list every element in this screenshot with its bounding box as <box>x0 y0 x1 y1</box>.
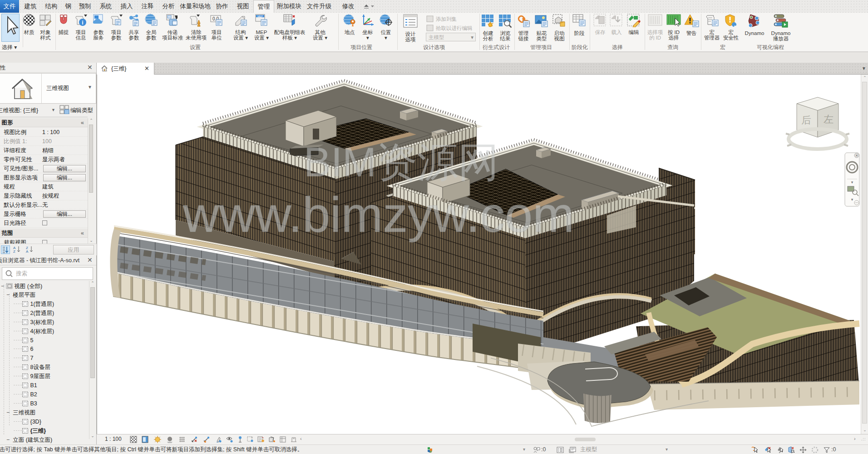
svg-text:左: 左 <box>824 114 833 125</box>
svg-text:▾: ▾ <box>851 197 853 202</box>
svg-text:A: A <box>26 249 29 253</box>
svg-text:✕: ✕ <box>855 154 858 158</box>
svg-text:BIM资源网: BIM资源网 <box>304 140 499 185</box>
svg-text:www.bimzyw.com: www.bimzyw.com <box>182 186 574 242</box>
svg-text:添加到集: 添加到集 <box>436 16 457 22</box>
svg-text:i: i <box>82 20 83 26</box>
svg-text:MEP: MEP <box>257 15 263 18</box>
svg-text:▾: ▾ <box>851 180 853 185</box>
svg-text:Z: Z <box>13 249 15 253</box>
svg-text:后: 后 <box>801 115 811 126</box>
svg-text:拾取以进行编辑: 拾取以进行编辑 <box>435 25 473 31</box>
